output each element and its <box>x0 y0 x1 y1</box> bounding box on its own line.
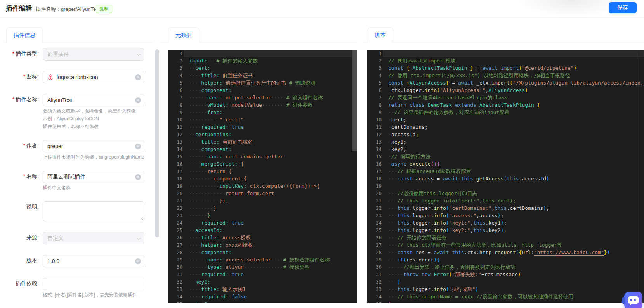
tab-metadata[interactable]: 元数据 <box>168 27 199 43</box>
clear-icon[interactable]: × <box>135 258 141 264</box>
line-number: 30 <box>367 263 383 271</box>
line-number: 34 <box>168 293 184 300</box>
line-number: 10 <box>168 116 184 123</box>
field-value: 部署插件 <box>47 51 134 58</box>
code-line: 6_ctx.logger.info("AliyunAccess:",Aliyun… <box>367 87 644 94</box>
line-number: 11 <box>367 123 383 131</box>
line-number: 27 <box>367 241 383 249</box>
editor-scrollbar[interactable] <box>352 50 357 151</box>
plugin-name-label: 插件名称：greper/AliyunTest <box>36 6 100 13</box>
line-number: 35 <box>168 300 184 303</box>
required-asterisk: * <box>23 173 25 179</box>
line-number: 21 <box>168 197 184 204</box>
line-number: 27 <box>168 241 184 249</box>
line-number: 22 <box>367 204 383 212</box>
line-number: 12 <box>367 131 383 138</box>
description-textarea[interactable] <box>43 201 144 221</box>
form-field-plugin-type: *插件类型:部署插件 <box>4 48 152 61</box>
code-line: 12·accessId; <box>367 131 644 138</box>
clear-icon[interactable]: × <box>135 144 141 149</box>
code-line: 33···this.logger.info("执行成功") <box>367 286 644 293</box>
line-number: 29 <box>168 256 184 263</box>
script-editor[interactable]: 12// 要用await来import模块3const { AbstractTa… <box>367 50 644 303</box>
required-asterisk: * <box>12 50 14 57</box>
field-label: *插件名称: <box>4 94 43 130</box>
code-line: 15······name: cert-domains-getter <box>168 153 357 160</box>
code-line: 29······name: access-selector····# 授权选择组… <box>168 256 357 263</box>
field-value: 自定义 <box>47 235 134 242</box>
line-number: 26 <box>367 234 383 241</box>
code-line: 34···// this.outputName = xxxx //设置输出参数，… <box>367 293 644 300</box>
line-number: 4 <box>168 72 184 79</box>
field-helper: 必须为英文或数字，驼峰命名，类型作为前缀 <box>43 108 144 114</box>
code-line: 9······from: <box>168 109 357 116</box>
save-button[interactable]: 保存 <box>609 2 637 13</box>
field-label: *插件类型: <box>4 48 43 61</box>
resize-handle-icon[interactable] <box>140 217 143 220</box>
required-asterisk: * <box>23 73 25 80</box>
field-value: 阿里云测试插件 <box>47 173 134 180</box>
code-line: 5const {AliyunAccess} = await _ctx.impor… <box>367 79 644 87</box>
code-line: 24···this.logger.info("key1:",this.key1)… <box>367 219 644 227</box>
line-number: 24 <box>168 219 184 227</box>
minimap-border <box>637 50 637 303</box>
form-field-author: *作者:greper×上传插件市场时作为前缀，如 greper/pluginNa… <box>4 140 152 160</box>
plugin-deps-input[interactable] <box>43 278 144 290</box>
code-line: 33····title: 输入示例1 <box>168 286 357 293</box>
tab-plugin-info[interactable]: 插件信息 <box>6 27 43 43</box>
origin-select: 自定义 <box>43 232 144 244</box>
title-input[interactable]: 阿里云测试插件× <box>43 171 144 183</box>
field-helper: 上传插件市场时作为前缀，如 greper/pluginName <box>43 154 144 160</box>
code-line: 17······return { <box>168 168 357 175</box>
clear-icon[interactable]: × <box>135 97 141 103</box>
line-number: 13 <box>367 138 383 145</box>
clear-icon[interactable]: × <box>135 74 141 80</box>
metadata-editor[interactable]: 12input:···# 插件的输入参数3··cert:4····title: … <box>168 50 357 303</box>
code-line: 35} <box>367 300 644 303</box>
line-number: 19 <box>168 182 184 190</box>
code-line: 9··// 这里是插件的输入参数，对应左边的input配置 <box>367 109 644 116</box>
clear-icon[interactable]: × <box>135 174 141 180</box>
code-line: 20············return form.cert <box>168 190 357 197</box>
line-number: 24 <box>367 219 383 227</box>
icon-input[interactable]: logos:airbnb-icon× <box>43 71 144 83</box>
line-number: 10 <box>367 116 383 123</box>
field-value: logos:airbnb-icon <box>57 74 134 80</box>
form-scrollbar[interactable] <box>155 49 159 237</box>
line-number: 5 <box>168 79 184 87</box>
tab-script[interactable]: 脚本 <box>368 27 393 43</box>
code-line: 27····helper: xxxx的授权 <box>168 241 357 249</box>
copy-button[interactable]: 复制 <box>96 5 112 13</box>
code-line: 12··certDomains: <box>168 131 357 138</box>
code-line: 17···// 根据accessId获取授权配置 <box>367 168 644 175</box>
code-line: 10········- ":cert:" <box>168 116 357 123</box>
code-line: 18········component:{ <box>168 175 357 182</box>
field-label: *作者: <box>4 140 43 160</box>
code-line: 4····title: 前置任务证书 <box>168 72 357 79</box>
line-number: 8 <box>367 101 383 109</box>
line-number: 7 <box>168 94 184 101</box>
code-line: 10·cert; <box>367 116 644 123</box>
field-label: 来源: <box>4 232 43 244</box>
line-number: 11 <box>168 123 184 131</box>
chat-widget-button[interactable] <box>624 292 642 308</box>
line-number: 25 <box>168 227 184 234</box>
code-line: 3··cert: <box>168 64 357 72</box>
code-line: 25···this.logger.info("key2:",this.key2)… <box>367 227 644 234</box>
code-line: 34····required: false <box>168 293 357 300</box>
code-line: 28····component: <box>168 249 357 256</box>
plugin-name-input[interactable]: AliyunTest× <box>43 94 144 106</box>
author-input[interactable]: greper× <box>43 140 144 152</box>
line-number: 19 <box>367 182 383 190</box>
line-number: 17 <box>367 168 383 175</box>
code-line: 24····required: true <box>168 219 357 227</box>
form-field-version: 版本:1.0.0× <box>4 255 152 267</box>
line-number: 33 <box>168 286 184 293</box>
form-field-plugin-name: *插件名称:AliyunTest×必须为英文或数字，驼峰命名，类型作为前缀示例：… <box>4 94 152 130</box>
line-number: 20 <box>367 190 383 197</box>
header: 插件编辑 插件名称：greper/AliyunTest 复制 保存 <box>0 0 644 18</box>
version-input[interactable]: 1.0.0× <box>43 255 144 267</box>
code-line: 8······vModel: modelValue········# 组件参数 <box>168 101 357 109</box>
line-number: 20 <box>168 190 184 197</box>
line-number: 3 <box>367 64 383 72</box>
